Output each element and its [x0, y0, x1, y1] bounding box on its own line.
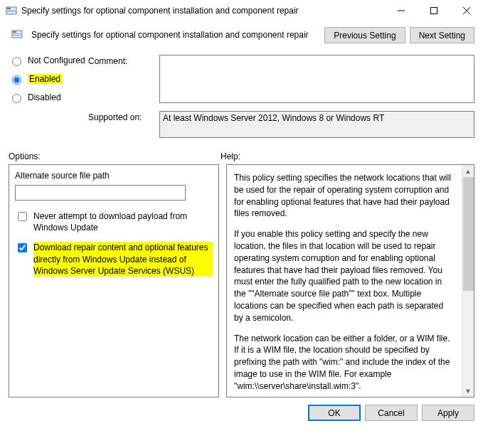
- alternate-source-path-label: Alternate source file path: [15, 171, 213, 181]
- header-row: Specify settings for optional component …: [0, 21, 483, 55]
- policy-title: Specify settings for optional component …: [28, 27, 324, 40]
- scroll-up-arrow-icon[interactable]: ▲: [462, 165, 474, 177]
- window-title: Specify settings for optional component …: [21, 6, 385, 16]
- never-download-checkbox[interactable]: [18, 212, 27, 221]
- svg-rect-9: [13, 31, 16, 33]
- not-configured-label[interactable]: Not Configured: [28, 55, 85, 65]
- ok-button[interactable]: OK: [308, 405, 361, 421]
- previous-setting-button[interactable]: Previous Setting: [324, 27, 405, 43]
- alternate-source-path-input[interactable]: [15, 185, 186, 201]
- close-button[interactable]: [450, 0, 483, 21]
- wsus-label[interactable]: Download repair content and optional fea…: [33, 242, 213, 277]
- svg-rect-2: [7, 10, 16, 11]
- enabled-radio[interactable]: [12, 75, 21, 85]
- cancel-button[interactable]: Cancel: [365, 405, 418, 421]
- minimize-button[interactable]: [385, 0, 418, 21]
- help-paragraph: The network location can be either a fol…: [234, 333, 455, 393]
- disabled-label[interactable]: Disabled: [28, 92, 61, 102]
- scroll-track[interactable]: [462, 291, 474, 385]
- apply-button[interactable]: Apply: [422, 405, 474, 421]
- wsus-checkbox[interactable]: [18, 243, 27, 252]
- help-section-label: Help:: [221, 151, 240, 161]
- policy-title-icon: [6, 5, 17, 16]
- supported-on-value: At least Windows Server 2012, Windows 8 …: [159, 111, 474, 138]
- comment-textarea[interactable]: [159, 55, 474, 103]
- help-paragraph: If you enable this policy setting and sp…: [234, 228, 455, 324]
- footer: OK Cancel Apply: [0, 398, 483, 428]
- help-paragraph: This policy setting specifies the networ…: [234, 172, 455, 220]
- svg-rect-5: [431, 8, 437, 14]
- supported-on-label: Supported on:: [9, 111, 159, 122]
- svg-rect-11: [13, 35, 21, 36]
- state-area: Not Configured Enabled Disabled Comment:: [0, 55, 483, 111]
- disabled-radio[interactable]: [12, 94, 21, 103]
- help-pane: This policy setting specifies the networ…: [226, 164, 474, 398]
- window-controls: [385, 0, 483, 21]
- maximize-button[interactable]: [418, 0, 450, 21]
- policy-icon: [6, 27, 28, 42]
- svg-rect-10: [13, 33, 21, 34]
- supported-row: Supported on: At least Windows Server 20…: [0, 111, 483, 146]
- section-labels: Options: Help:: [0, 146, 483, 164]
- enabled-label[interactable]: Enabled: [28, 74, 62, 84]
- titlebar: Specify settings for optional component …: [0, 0, 483, 21]
- comment-label: Comment:: [88, 56, 159, 75]
- svg-rect-1: [7, 8, 11, 9]
- options-pane: Alternate source file path Never attempt…: [9, 164, 219, 398]
- help-scrollbar[interactable]: ▲ ▼: [462, 165, 474, 397]
- options-section-label: Options:: [9, 151, 221, 161]
- help-text: This policy setting specifies the networ…: [227, 165, 462, 397]
- scroll-thumb[interactable]: [463, 177, 474, 291]
- not-configured-radio[interactable]: [12, 57, 21, 66]
- scroll-down-arrow-icon[interactable]: ▼: [462, 385, 474, 397]
- svg-rect-3: [7, 11, 16, 12]
- never-download-label[interactable]: Never attempt to download payload from W…: [33, 210, 213, 233]
- next-setting-button[interactable]: Next Setting: [410, 27, 474, 43]
